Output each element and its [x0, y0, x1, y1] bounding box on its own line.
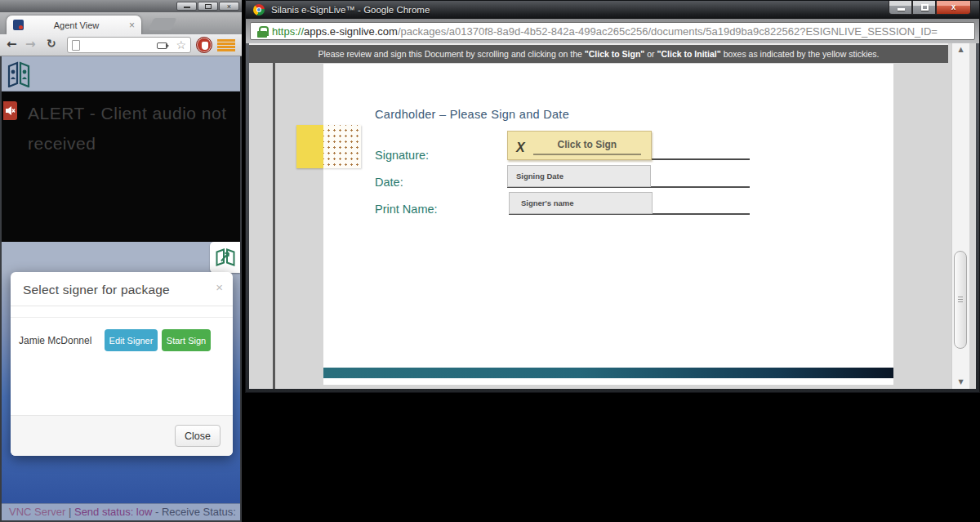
agent-window-controls: ×	[176, 2, 239, 11]
close-button[interactable]: x	[936, 1, 971, 15]
maximize-button[interactable]	[198, 2, 218, 11]
back-button[interactable]: ←	[7, 37, 17, 51]
modal-footer: Close	[11, 415, 233, 456]
select-signer-modal: Select signer for package × Jamie McDonn…	[11, 272, 233, 456]
instruction-text: or	[644, 49, 657, 59]
receive-status-label: - Receive Status:	[152, 506, 236, 518]
scroll-up-button[interactable]: ▲	[952, 43, 969, 56]
audio-muted-icon	[3, 101, 17, 120]
minimize-icon	[898, 8, 905, 11]
status-separator: |	[65, 506, 74, 518]
url-row: https://apps.e-signlive.com/packages/a01…	[246, 19, 979, 43]
agent-browser-window: × Agent View × ← → ↻ ☆	[0, 0, 242, 522]
header-strip	[2, 56, 240, 91]
camera-icon[interactable]	[157, 42, 167, 49]
minimize-icon	[184, 7, 190, 8]
desktop: × Agent View × ← → ↻ ☆	[0, 0, 980, 522]
agent-page: ALERT - Client audio not received Select…	[2, 56, 240, 520]
instruction-bold-initial: "Click to Initial"	[657, 49, 721, 59]
reload-button[interactable]: ↻	[47, 37, 56, 50]
edit-signer-button[interactable]: Edit Signer	[105, 329, 158, 351]
blank-page-icon	[72, 40, 80, 51]
esignlive-logo-icon	[7, 61, 31, 87]
signing-date-field[interactable]: Signing Date	[507, 165, 651, 187]
document-heading: Cardholder – Please Sign and Date	[375, 108, 569, 121]
url-host: apps.e-signlive.com	[304, 25, 398, 38]
instruction-bold-sign: "Click to Sign"	[585, 49, 645, 59]
signer-name-field[interactable]: Signer's name	[509, 192, 653, 214]
bookmark-star-icon[interactable]: ☆	[176, 38, 186, 51]
tab-label: Agent View	[24, 20, 129, 30]
forward-button[interactable]: →	[25, 37, 36, 51]
maximize-icon	[921, 4, 929, 11]
agent-window-titlebar[interactable]: ×	[0, 0, 242, 12]
url-scheme: https://	[272, 25, 304, 38]
date-label: Date:	[375, 176, 403, 189]
sticky-dotted-pattern	[323, 125, 361, 168]
tab-close-icon[interactable]: ×	[129, 20, 135, 30]
click-to-sign-button[interactable]: X Click to Sign	[507, 131, 652, 160]
hand-icon	[202, 42, 208, 50]
esignlive-chrome-window: Silanis e-SignLive™ - Google Chrome x ht…	[245, 0, 980, 393]
document-viewer: Please review and sign this Document by …	[249, 43, 976, 389]
tab-favicon-icon	[13, 20, 24, 30]
start-sign-button[interactable]: Start Sign	[162, 329, 211, 351]
modal-close-button[interactable]: Close	[175, 425, 220, 447]
url-address-bar[interactable]: https://apps.e-signlive.com/packages/a01…	[250, 22, 975, 40]
vnc-server-label: VNC Server	[9, 506, 65, 518]
scroll-down-button[interactable]: ▼	[952, 376, 969, 389]
chrome-window-controls: x	[889, 1, 971, 15]
open-book-arrow-icon	[215, 248, 236, 267]
vnc-status-bar: VNC Server | Send status: low - Receive …	[2, 503, 240, 520]
document-footer-bar	[323, 368, 893, 378]
minimize-button[interactable]	[889, 1, 912, 15]
minimize-button[interactable]	[176, 2, 197, 11]
chrome-titlebar[interactable]: Silanis e-SignLive™ - Google Chrome x	[246, 1, 979, 19]
send-status-label: Send status: low	[74, 506, 152, 518]
modal-header: Select signer for package ×	[11, 272, 233, 306]
tab-strip: Agent View ×	[0, 12, 242, 34]
signer-row: Jamie McDonnel Edit Signer Start Sign	[11, 318, 233, 351]
window-title: Silanis e-SignLive™ - Google Chrome	[271, 5, 430, 15]
scrollbar-thumb[interactable]	[954, 251, 967, 349]
new-tab-button[interactable]	[149, 18, 177, 30]
maximize-button[interactable]	[912, 1, 936, 15]
signer-name: Jamie McDonnel	[19, 335, 105, 346]
secure-lock-icon	[257, 25, 267, 38]
chrome-logo-icon	[253, 4, 265, 16]
viewer-left-edge	[273, 63, 275, 389]
page-scrollbar[interactable]: ▲ ▼	[951, 43, 969, 389]
click-to-sign-label: Click to Sign	[533, 139, 641, 155]
signature-x-icon: X	[516, 141, 525, 155]
audio-alert-message: ALERT - Client audio not received	[28, 98, 242, 158]
signature-label: Signature:	[375, 149, 429, 162]
browser-menu-button[interactable]	[217, 39, 235, 51]
divider	[11, 306, 233, 318]
instruction-text: Please review and sign this Document by …	[318, 49, 585, 59]
close-button[interactable]: ×	[219, 2, 239, 11]
print-name-label: Print Name:	[375, 203, 438, 216]
tab-agent-view[interactable]: Agent View ×	[7, 16, 141, 34]
modal-title: Select signer for package	[23, 283, 170, 297]
close-icon: ×	[220, 2, 238, 11]
modal-close-icon[interactable]: ×	[216, 281, 223, 293]
share-screen-button[interactable]	[210, 242, 240, 273]
url-path: /packages/a01370f8-8a9d-4b52-842a-499ac2…	[398, 25, 938, 38]
instruction-text: boxes as indicated by the yellow stickie…	[721, 49, 880, 59]
signer-panel: Select signer for package × Jamie McDonn…	[2, 242, 240, 503]
address-bar-input[interactable]: ☆	[67, 37, 191, 53]
maximize-icon	[205, 4, 212, 9]
signing-instruction-bar: Please review and sign this Document by …	[249, 45, 948, 63]
browser-toolbar: ← → ↻ ☆	[0, 34, 242, 56]
stop-hand-extension-button[interactable]	[196, 37, 212, 53]
client-video-area: ALERT - Client audio not received	[2, 91, 240, 242]
yellow-sticky-note	[296, 125, 323, 168]
